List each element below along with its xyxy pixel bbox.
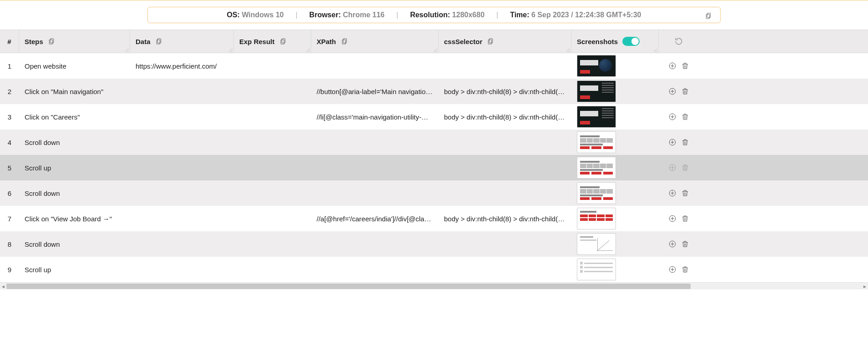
delete-step-icon[interactable] <box>681 265 689 274</box>
cell-step[interactable]: Scroll down <box>19 130 130 155</box>
cell-css-selector[interactable] <box>439 231 571 257</box>
scroll-right-arrow[interactable]: ► <box>862 284 868 289</box>
cell-exp-result[interactable] <box>234 79 311 104</box>
cell-data[interactable] <box>130 155 234 180</box>
screenshot-thumb[interactable] <box>577 131 616 153</box>
cell-css-selector[interactable] <box>439 130 571 155</box>
cell-css-selector[interactable] <box>439 257 571 282</box>
scroll-track[interactable] <box>6 284 862 289</box>
table-row[interactable]: 6Scroll down <box>0 180 868 206</box>
header-exp-result[interactable]: Exp Result <box>234 30 311 53</box>
copy-info-icon[interactable] <box>705 12 712 20</box>
cell-css-selector[interactable] <box>439 53 571 79</box>
cell-exp-result[interactable] <box>234 231 311 257</box>
add-step-icon[interactable] <box>668 240 676 248</box>
copy-data-icon[interactable] <box>155 38 162 45</box>
cell-xpath[interactable] <box>311 180 439 206</box>
header-steps[interactable]: Steps <box>19 30 130 53</box>
cell-css-selector[interactable] <box>439 155 571 180</box>
cell-data[interactable] <box>130 180 234 206</box>
add-step-icon[interactable] <box>668 62 676 70</box>
add-step-icon[interactable] <box>668 189 676 197</box>
table-row[interactable]: 5Scroll up <box>0 155 868 180</box>
add-step-icon[interactable] <box>668 87 676 95</box>
cell-css-selector[interactable]: body > div:nth-child(8) > div:nth-child(… <box>439 79 571 104</box>
cell-css-selector[interactable]: body > div:nth-child(8) > div:nth-child(… <box>439 104 571 130</box>
cell-data[interactable]: https://www.perficient.com/ <box>130 53 234 79</box>
screenshot-thumb[interactable] <box>577 208 616 229</box>
cell-data[interactable] <box>130 130 234 155</box>
cell-xpath[interactable] <box>311 257 439 282</box>
cell-data[interactable] <box>130 79 234 104</box>
add-step-icon[interactable] <box>668 265 676 274</box>
screenshot-thumb[interactable] <box>577 80 616 102</box>
cell-step[interactable]: Open website <box>19 53 130 79</box>
scroll-left-arrow[interactable]: ◄ <box>0 284 6 289</box>
cell-xpath[interactable]: //li[@class='main-navigation-utility-men… <box>311 104 439 130</box>
delete-step-icon[interactable] <box>681 87 689 95</box>
table-row[interactable]: 9Scroll up <box>0 257 868 282</box>
delete-step-icon[interactable] <box>681 62 689 70</box>
table-row[interactable]: 2Click on "Main navigation"//button[@ari… <box>0 79 868 104</box>
cell-exp-result[interactable] <box>234 180 311 206</box>
cell-css-selector[interactable]: body > div:nth-child(8) > div:nth-child(… <box>439 206 571 231</box>
delete-step-icon[interactable] <box>681 240 689 248</box>
cell-exp-result[interactable] <box>234 155 311 180</box>
cell-step[interactable]: Click on "View Job Board →" <box>19 206 130 231</box>
cell-xpath[interactable] <box>311 53 439 79</box>
cell-xpath[interactable] <box>311 231 439 257</box>
cell-exp-result[interactable] <box>234 130 311 155</box>
cell-css-selector[interactable] <box>439 180 571 206</box>
cell-xpath[interactable]: //button[@aria-label='Main navigation']/… <box>311 79 439 104</box>
delete-step-icon[interactable] <box>681 113 689 121</box>
copy-steps-icon[interactable] <box>48 38 55 45</box>
header-css-selector[interactable]: cssSelector <box>439 30 571 53</box>
table-row[interactable]: 4Scroll down <box>0 130 868 155</box>
delete-step-icon[interactable] <box>681 189 689 197</box>
table-row[interactable]: 1Open websitehttps://www.perficient.com/ <box>0 53 868 79</box>
copy-exp-icon[interactable] <box>279 38 287 45</box>
table-row[interactable]: 3Click on "Careers"//li[@class='main-nav… <box>0 104 868 130</box>
add-step-icon[interactable] <box>668 214 676 223</box>
cell-exp-result[interactable] <box>234 206 311 231</box>
header-xpath[interactable]: XPath <box>311 30 439 53</box>
scroll-thumb[interactable] <box>6 284 691 289</box>
cell-step[interactable]: Click on "Main navigation" <box>19 79 130 104</box>
cell-data[interactable] <box>130 206 234 231</box>
screenshot-thumb[interactable] <box>577 55 616 77</box>
cell-step[interactable]: Click on "Careers" <box>19 104 130 130</box>
cell-exp-result[interactable] <box>234 104 311 130</box>
reset-icon[interactable] <box>674 37 683 46</box>
delete-step-icon[interactable] <box>681 214 689 223</box>
cell-step[interactable]: Scroll up <box>19 155 130 180</box>
header-screenshots[interactable]: Screenshots <box>571 30 659 53</box>
screenshot-thumb[interactable] <box>577 106 616 128</box>
add-step-icon[interactable] <box>668 164 676 172</box>
cell-data[interactable] <box>130 104 234 130</box>
delete-step-icon[interactable] <box>681 138 689 146</box>
cell-step[interactable]: Scroll down <box>19 231 130 257</box>
cell-data[interactable] <box>130 231 234 257</box>
add-step-icon[interactable] <box>668 113 676 121</box>
add-step-icon[interactable] <box>668 138 676 146</box>
copy-css-icon[interactable] <box>487 38 494 45</box>
horizontal-scrollbar[interactable]: ◄ ► <box>0 282 868 289</box>
header-data[interactable]: Data <box>130 30 234 53</box>
copy-xpath-icon[interactable] <box>341 38 348 45</box>
cell-data[interactable] <box>130 257 234 282</box>
cell-step[interactable]: Scroll down <box>19 180 130 206</box>
screenshot-thumb[interactable] <box>577 233 616 255</box>
cell-xpath[interactable] <box>311 130 439 155</box>
cell-step[interactable]: Scroll up <box>19 257 130 282</box>
screenshot-thumb[interactable] <box>577 182 616 204</box>
cell-xpath[interactable] <box>311 155 439 180</box>
screenshot-thumb[interactable] <box>577 259 616 280</box>
delete-step-icon[interactable] <box>681 164 689 172</box>
screenshot-thumb[interactable] <box>577 157 616 179</box>
cell-exp-result[interactable] <box>234 257 311 282</box>
cell-xpath[interactable]: //a[@href='/careers/india']//div[@class=… <box>311 206 439 231</box>
table-row[interactable]: 7Click on "View Job Board →"//a[@href='/… <box>0 206 868 231</box>
screenshots-toggle[interactable] <box>622 37 640 46</box>
cell-exp-result[interactable] <box>234 53 311 79</box>
table-row[interactable]: 8Scroll down <box>0 231 868 257</box>
